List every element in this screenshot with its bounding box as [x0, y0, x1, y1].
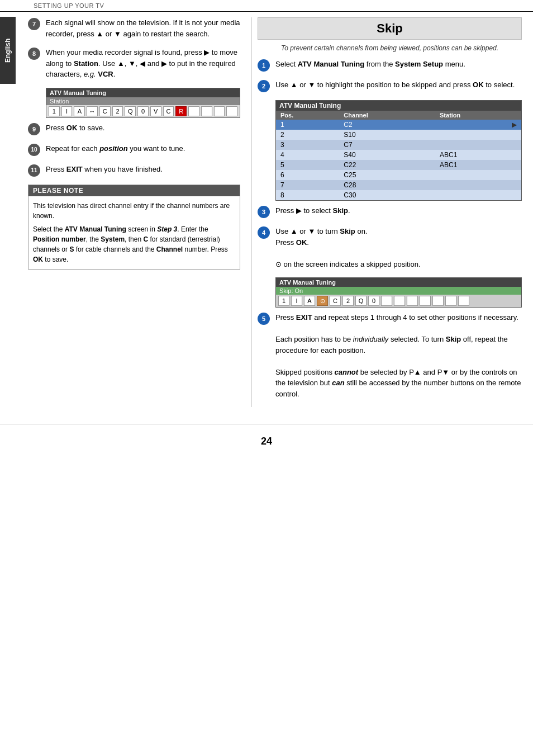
step-11-circle: 11 [28, 164, 40, 177]
language-label: English [4, 38, 12, 62]
right-step-4: 4 Use ▲ or ▼ to turn Skip on. Press OK. … [258, 226, 522, 270]
right-step-3-circle: 3 [258, 206, 270, 218]
cell-channel: S40 [339, 150, 435, 160]
right-step-5-circle: 5 [258, 313, 270, 325]
cell-channel: S10 [339, 130, 435, 140]
header-title: SETTING UP YOUR TV [34, 2, 104, 9]
cell-station [435, 180, 521, 190]
page-number: 24 [0, 424, 533, 453]
cell-station [435, 130, 521, 140]
col-pos: Pos. [276, 111, 339, 120]
page-container: SETTING UP YOUR TV English 7 Each signal… [0, 0, 533, 756]
table-row: 1 C2 ▶ [276, 120, 521, 130]
skip-cell-10 [394, 296, 405, 306]
right-step-1-text: Select ATV Manual Tuning from the System… [275, 59, 522, 70]
skip-atv-box: ATV Manual Tuning Skip: On 1 I A ⊙ C 2 Q… [275, 277, 522, 308]
step-9: 9 Press OK to save. [28, 122, 240, 135]
atv-cell-5: C [99, 106, 111, 116]
table-row: 3 C7 [276, 140, 521, 150]
atv-box-subheader: Station [46, 97, 240, 105]
cell-pos: 6 [276, 170, 339, 180]
skip-atv-row: 1 I A ⊙ C 2 Q 0 [276, 295, 521, 307]
right-step-2-circle: 2 [258, 80, 270, 92]
right-step-1-circle: 1 [258, 59, 270, 72]
skip-atv-subheader: Skip: On [276, 287, 521, 295]
atv-cell-15 [226, 106, 237, 116]
table-row: 2 S10 [276, 130, 521, 140]
cell-channel: C2 [339, 120, 435, 130]
atv-table-container: ATV Manual Tuning Pos. Channel Station 1… [275, 100, 522, 201]
step-8-text: When your media recorder signal is found… [46, 47, 240, 80]
cell-station: ABC1 [435, 150, 521, 160]
atv-table-body: 1 C2 ▶ 2 S10 3 C7 [276, 120, 521, 200]
cell-pos: 2 [276, 130, 339, 140]
step-8: 8 When your media recorder signal is fou… [28, 47, 240, 80]
right-step-3-text: Press ▶ to select Skip. [275, 205, 522, 216]
right-column: Skip To prevent certain channels from be… [251, 17, 533, 407]
atv-cell-12 [188, 106, 199, 116]
cell-station [435, 140, 521, 150]
skip-title: Skip [258, 17, 522, 40]
atv-cell-4: ↔ [87, 106, 98, 116]
atv-cell-3: A [74, 106, 85, 116]
atv-table-header-row: Pos. Channel Station [276, 111, 521, 120]
right-step-4-circle: 4 [258, 226, 270, 239]
atv-box-header: ATV Manual Tuning [46, 88, 240, 97]
please-note-box: PLEASE NOTE This television has direct c… [28, 185, 240, 270]
skip-cell-14 [445, 296, 456, 306]
cell-channel: C30 [339, 190, 435, 200]
skip-atv-header: ATV Manual Tuning [276, 278, 521, 287]
cell-channel: C7 [339, 140, 435, 150]
right-step-5-text: Press EXIT and repeat steps 1 through 4 … [275, 312, 522, 399]
skip-cell-3: A [304, 296, 315, 306]
step-7-circle: 7 [28, 18, 40, 30]
atv-table: Pos. Channel Station 1 C2 ▶ 2 [276, 111, 521, 200]
atv-table-head: Pos. Channel Station [276, 111, 521, 120]
atv-cell-7: Q [125, 106, 136, 116]
step-10-text: Repeat for each position you want to tun… [46, 143, 240, 154]
step-9-circle: 9 [28, 123, 40, 135]
cell-station [435, 170, 521, 180]
atv-cell-14 [214, 106, 225, 116]
table-row: 4 S40 ABC1 [276, 150, 521, 160]
skip-cell-2: I [291, 296, 302, 306]
step-7: 7 Each signal will show on the televisio… [28, 17, 240, 39]
row-arrow-icon: ▶ [512, 121, 517, 129]
atv-cell-10: C [163, 106, 174, 116]
note-line-2: Select the ATV Manual Tuning screen in S… [33, 224, 235, 264]
cell-channel: C25 [339, 170, 435, 180]
skip-cell-15 [458, 296, 469, 306]
right-step-4-text: Use ▲ or ▼ to turn Skip on. Press OK. ⊙ … [275, 226, 522, 270]
atv-cell-6: 2 [112, 106, 123, 116]
atv-cell-9: V [150, 106, 161, 116]
step-11-text: Press EXIT when you have finished. [46, 164, 240, 175]
skip-cell-11 [407, 296, 418, 306]
skip-cell-7: Q [355, 296, 367, 306]
right-step-2: 2 Use ▲ or ▼ to highlight the position t… [258, 79, 522, 92]
cell-pos: 4 [276, 150, 339, 160]
cell-pos: 3 [276, 140, 339, 150]
note-box-content: This television has direct channel entry… [28, 196, 240, 269]
col-channel: Channel [339, 111, 435, 120]
skip-subtitle: To prevent certain channels from being v… [258, 44, 522, 52]
note-box-header: PLEASE NOTE [28, 185, 240, 196]
note-line-1: This television has direct channel entry… [33, 201, 235, 221]
atv-cell-13 [201, 106, 212, 116]
table-row: 6 C25 [276, 170, 521, 180]
language-tab: English [0, 17, 16, 84]
atv-cell-1: 1 [49, 106, 60, 116]
content-area: 7 Each signal will show on the televisio… [0, 12, 533, 407]
atv-cell-8: 0 [137, 106, 149, 116]
table-row: 8 C30 [276, 190, 521, 200]
cell-pos: 8 [276, 190, 339, 200]
page-header: SETTING UP YOUR TV [0, 0, 533, 12]
skip-cell-6: 2 [342, 296, 354, 306]
step-9-text: Press OK to save. [46, 122, 240, 134]
table-row: 5 C22 ABC1 [276, 160, 521, 170]
skip-cell-9 [381, 296, 392, 306]
step-10: 10 Repeat for each position you want to … [28, 143, 240, 156]
table-row: 7 C28 [276, 180, 521, 190]
cell-station: ▶ [435, 120, 521, 130]
skip-note: ⊙ on the screen indicates a skipped posi… [275, 260, 421, 268]
skip-cell-4: ⊙ [317, 296, 328, 306]
